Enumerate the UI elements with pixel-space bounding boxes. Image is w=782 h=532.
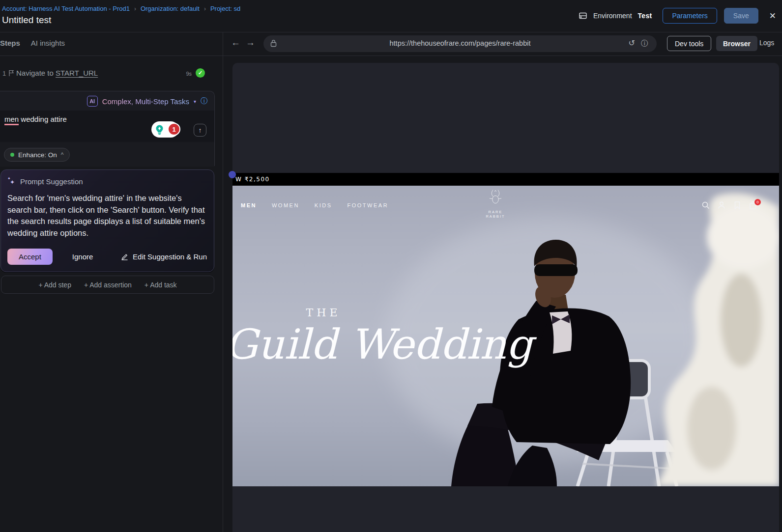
- ai-prompt-card: AI Complex, Multi-Step Tasks ▾ ⓘ men wed…: [0, 91, 215, 166]
- parameters-button[interactable]: Parameters: [663, 8, 717, 24]
- add-task-button[interactable]: + Add task: [145, 281, 177, 289]
- suggestion-title: Prompt Suggestion: [20, 177, 83, 186]
- url-text[interactable]: https://thehouseofrare.com/pages/rare-ra…: [263, 39, 657, 47]
- breadcrumb-account-link[interactable]: Account: Harness AI Test Automation - Pr…: [2, 5, 130, 12]
- shop-icons: 0: [701, 201, 757, 210]
- left-panel-tabs: Steps AI insights: [0, 39, 65, 47]
- suggestion-actions: Accept Ignore Edit Suggestion & Run: [7, 249, 207, 265]
- enhance-toggle[interactable]: Enhance: On ^: [4, 148, 70, 162]
- suggestion-header: ✦✦ Prompt Suggestion: [7, 177, 83, 186]
- breadcrumb-separator: ›: [204, 5, 206, 12]
- promo-ticker: W ₹2,500: [232, 173, 779, 186]
- breadcrumb-project-link[interactable]: Project: sd: [210, 5, 240, 12]
- breadcrumb: Account: Harness AI Test Automation - Pr…: [2, 5, 240, 12]
- enhance-label: Enhance: On: [18, 151, 57, 159]
- dev-tools-button[interactable]: Dev tools: [667, 36, 711, 51]
- shop-nav: MEN WOMEN KIDS FOOTWEAR: [241, 202, 388, 208]
- cart-icon[interactable]: 0: [749, 201, 757, 210]
- agent-cursor-indicator: [229, 171, 236, 178]
- edit-suggestion-run-button[interactable]: Edit Suggestion & Run: [121, 252, 207, 261]
- brand-name: RARE RABBIT: [478, 210, 513, 219]
- hero-heading-small: THE: [282, 307, 365, 319]
- ai-badge-icon: AI: [87, 96, 98, 107]
- flag-icon: [8, 70, 14, 78]
- brand-logo[interactable]: RARE RABBIT: [478, 189, 513, 219]
- browser-tab-button[interactable]: Browser: [716, 36, 757, 51]
- task-type-dropdown[interactable]: Complex, Multi-Step Tasks: [102, 97, 189, 106]
- save-button[interactable]: Save: [724, 8, 758, 24]
- sparkles-icon: ✦✦: [7, 178, 15, 186]
- logs-tab-button[interactable]: Logs: [759, 39, 774, 47]
- misspelled-word: men: [4, 115, 19, 125]
- send-prompt-button[interactable]: ↑: [194, 124, 206, 137]
- add-assertion-button[interactable]: + Add assertion: [84, 281, 132, 289]
- panel-divider: [223, 32, 223, 532]
- close-icon[interactable]: ✕: [769, 12, 776, 20]
- ignore-button[interactable]: Ignore: [72, 252, 93, 261]
- info-icon[interactable]: ⓘ: [201, 97, 207, 106]
- start-url-link[interactable]: START_URL: [56, 69, 98, 77]
- breadcrumb-organization-link[interactable]: Organization: default: [141, 5, 200, 12]
- environment-label: Environment: [593, 12, 632, 20]
- nav-footwear[interactable]: FOOTWEAR: [348, 202, 389, 208]
- nav-kids[interactable]: KIDS: [315, 202, 332, 208]
- account-icon[interactable]: [717, 201, 726, 210]
- rabbit-icon: [487, 189, 504, 207]
- environment-value[interactable]: Test: [638, 12, 652, 20]
- step-success-icon: ✓: [196, 68, 205, 78]
- suggestion-count-badge: 1: [168, 123, 180, 136]
- tab-steps[interactable]: Steps: [0, 39, 20, 47]
- wishlist-icon[interactable]: [733, 201, 742, 210]
- step-label: Navigate to START_URL: [16, 69, 98, 77]
- reload-icon[interactable]: ↺: [629, 38, 635, 48]
- accept-button[interactable]: Accept: [7, 249, 53, 265]
- prompt-suggestion-card: ✦✦ Prompt Suggestion Search for 'men's w…: [0, 169, 214, 272]
- ai-task-type-row: AI Complex, Multi-Step Tasks ▾ ⓘ: [0, 91, 214, 111]
- toolbar-divider: [0, 56, 782, 56]
- browser-viewport: W ₹2,500 MEN WOMEN KIDS FOOTWEAR RARE RA…: [232, 63, 779, 532]
- header-actions: Environment Test Parameters Save ✕: [579, 8, 776, 24]
- enhance-status-dot: [10, 153, 14, 157]
- chevron-down-icon[interactable]: ▾: [194, 99, 196, 104]
- url-bar[interactable]: https://thehouseofrare.com/pages/rare-ra…: [263, 35, 657, 52]
- forward-icon[interactable]: →: [246, 37, 255, 48]
- add-step-button[interactable]: + Add step: [38, 281, 71, 289]
- pencil-icon: [121, 253, 128, 260]
- breadcrumb-separator: ›: [134, 5, 136, 12]
- environment-icon: [579, 11, 587, 20]
- page-info-icon[interactable]: ⓘ: [641, 39, 648, 48]
- header-divider: [0, 32, 782, 32]
- back-icon[interactable]: ←: [231, 37, 240, 48]
- nav-men[interactable]: MEN: [241, 202, 257, 208]
- ticker-text: W ₹2,500: [235, 176, 270, 183]
- suggestion-body: Search for 'men's wedding attire' in the…: [7, 193, 206, 239]
- enhance-row: Enhance: On ^: [0, 142, 214, 167]
- prompt-text: men wedding attire: [4, 115, 67, 123]
- page-title: Untitled test: [2, 15, 51, 26]
- step-number: 1: [2, 70, 6, 77]
- lightbulb-icon: [154, 124, 165, 135]
- add-actions-bar: + Add step + Add assertion + Add task: [1, 276, 214, 294]
- nav-women[interactable]: WOMEN: [272, 202, 299, 208]
- cart-count-badge: 0: [754, 199, 761, 205]
- step-duration: 9s: [186, 71, 192, 77]
- suggestion-bulb-pill[interactable]: 1: [151, 121, 179, 138]
- chevron-up-icon: ^: [61, 151, 64, 158]
- step-row-navigate[interactable]: 1 Navigate to START_URL 9s ✓: [0, 69, 215, 81]
- hero-heading-script: Guild Wedding: [232, 320, 533, 368]
- tab-ai-insights[interactable]: AI insights: [31, 39, 65, 47]
- search-icon[interactable]: [701, 201, 710, 210]
- webpage-screenshot: W ₹2,500 MEN WOMEN KIDS FOOTWEAR RARE RA…: [232, 173, 779, 486]
- prompt-input[interactable]: men wedding attire 1 ↑: [0, 111, 214, 142]
- harness-test-studio: Account: Harness AI Test Automation - Pr…: [0, 0, 782, 532]
